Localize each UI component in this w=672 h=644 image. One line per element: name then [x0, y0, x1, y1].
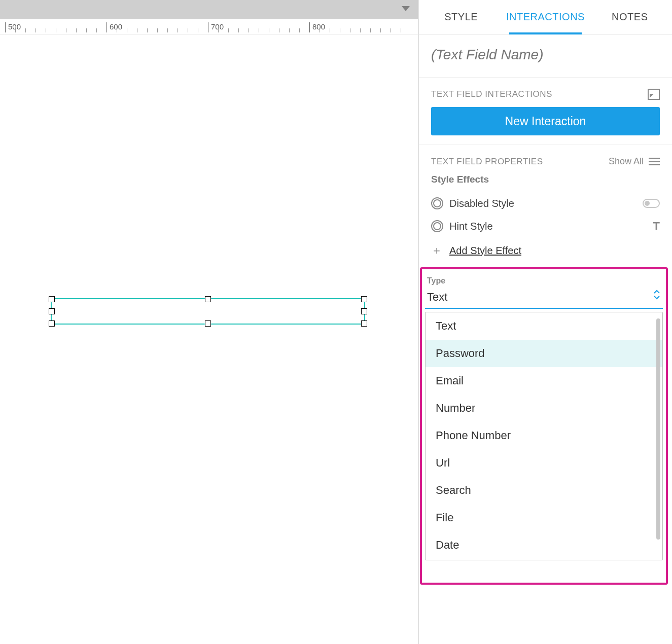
resize-handle[interactable]: [361, 296, 367, 302]
type-option[interactable]: Url: [426, 449, 662, 477]
expand-icon[interactable]: [648, 89, 660, 100]
ruler-label: 800: [312, 22, 325, 31]
menu-icon[interactable]: [649, 158, 660, 166]
scrollbar[interactable]: [656, 318, 660, 540]
ruler-label: 500: [8, 22, 21, 31]
top-bar: [0, 0, 418, 19]
tab-interactions[interactable]: INTERACTIONS: [503, 0, 587, 34]
chevron-down-icon[interactable]: [401, 5, 411, 14]
hint-style-row: Hint Style T: [431, 214, 660, 238]
disabled-style-label: Disabled Style: [449, 198, 514, 209]
resize-handle[interactable]: [49, 296, 55, 302]
resize-handle[interactable]: [205, 296, 211, 302]
add-style-effect-row[interactable]: ＋ Add Style Effect: [431, 238, 660, 259]
disabled-style-toggle[interactable]: [643, 199, 660, 208]
resize-handle[interactable]: [361, 320, 367, 327]
inspector-tabs: STYLE INTERACTIONS NOTES: [419, 0, 672, 34]
resize-handle[interactable]: [49, 320, 55, 327]
canvas[interactable]: [0, 34, 418, 644]
style-effects-heading: Style Effects: [431, 174, 660, 185]
properties-title: TEXT FIELD PROPERTIES: [431, 157, 543, 167]
widget-name-input[interactable]: [431, 47, 660, 63]
type-option[interactable]: File: [426, 504, 662, 531]
type-label: Type: [427, 276, 666, 285]
interactions-section: TEXT FIELD INTERACTIONS New Interaction: [419, 78, 672, 145]
type-option[interactable]: Email: [426, 367, 662, 395]
properties-section: TEXT FIELD PROPERTIES Show All Style Eff…: [419, 145, 672, 268]
resize-handle[interactable]: [205, 320, 211, 327]
ruler: 500600700800: [0, 19, 418, 34]
type-option[interactable]: Date: [426, 531, 662, 559]
new-interaction-button[interactable]: New Interaction: [431, 107, 660, 135]
resize-handle[interactable]: [361, 308, 367, 314]
target-icon[interactable]: [431, 220, 443, 232]
type-dropdown: TextPasswordEmailNumberPhone NumberUrlSe…: [425, 312, 663, 560]
show-all-link[interactable]: Show All: [609, 156, 644, 167]
ruler-label: 700: [211, 22, 224, 31]
interactions-title: TEXT FIELD INTERACTIONS: [431, 89, 552, 99]
stepper-icon[interactable]: [653, 289, 661, 301]
svg-marker-0: [402, 6, 410, 11]
inspector-panel: STYLE INTERACTIONS NOTES TEXT FIELD INTE…: [418, 0, 672, 644]
hint-style-label: Hint Style: [449, 221, 493, 232]
type-block: Type Text TextPasswordEmailNumberPhone N…: [422, 268, 666, 560]
plus-icon: ＋: [431, 243, 442, 258]
svg-marker-2: [650, 94, 654, 98]
widget-name-row: [419, 34, 672, 78]
selected-widget[interactable]: [51, 298, 365, 325]
type-option[interactable]: Text: [426, 312, 662, 340]
add-style-effect-link[interactable]: Add Style Effect: [449, 245, 521, 257]
disabled-style-row: Disabled Style: [431, 192, 660, 214]
type-option[interactable]: Number: [426, 395, 662, 422]
tab-notes[interactable]: NOTES: [588, 0, 672, 34]
type-select-value: Text: [427, 291, 447, 303]
text-icon[interactable]: T: [653, 220, 660, 233]
resize-handle[interactable]: [49, 308, 55, 314]
ruler-label: 600: [110, 22, 122, 31]
type-option[interactable]: Password: [426, 340, 662, 367]
canvas-pane: 500600700800: [0, 0, 418, 644]
type-option[interactable]: Phone Number: [426, 422, 662, 449]
target-icon[interactable]: [431, 197, 443, 209]
type-select[interactable]: Text: [425, 289, 663, 309]
tab-style[interactable]: STYLE: [419, 0, 503, 34]
type-option[interactable]: Search: [426, 477, 662, 504]
